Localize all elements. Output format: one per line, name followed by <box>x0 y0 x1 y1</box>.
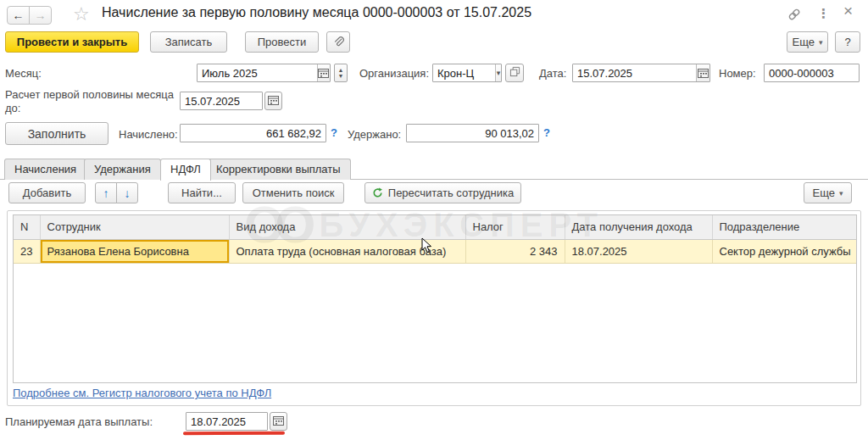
cancel-search-button[interactable]: Отменить поиск <box>242 182 344 203</box>
col-header-income-type[interactable]: Вид дохода <box>229 215 465 239</box>
spin-down-icon: ▼ <box>338 73 344 79</box>
withheld-label: Удержано: <box>348 128 401 141</box>
planned-date-label: Планируемая дата выплаты: <box>5 415 153 428</box>
ndfl-register-link[interactable]: Подробнее см. Регистр налогового учета п… <box>13 387 271 399</box>
table-header-row: N Сотрудник Вид дохода Налог Дата получе… <box>14 215 857 239</box>
accrued-field <box>180 124 326 142</box>
open-form-icon <box>509 66 520 80</box>
month-label: Месяц: <box>5 67 42 80</box>
ndfl-table-area: N Сотрудник Вид дохода Налог Дата получе… <box>13 214 857 383</box>
accrued-input[interactable] <box>181 125 326 142</box>
cell-n[interactable]: 23 <box>14 239 40 263</box>
find-button[interactable]: Найти... <box>168 182 236 203</box>
cell-employee[interactable]: Рязанова Елена Борисовна <box>40 239 229 263</box>
red-underline-annotation <box>183 432 285 436</box>
refresh-icon <box>372 187 383 198</box>
planned-date-calendar-button[interactable] <box>270 412 287 431</box>
forward-button[interactable]: → <box>29 6 52 25</box>
move-down-button[interactable]: ↓ <box>116 182 138 203</box>
dropdown-arrow-icon[interactable]: ▾ <box>495 64 501 81</box>
planned-date-field <box>186 412 268 431</box>
paperclip-icon <box>332 36 345 48</box>
cell-tax[interactable]: 2 343 <box>465 239 565 263</box>
help-button[interactable]: ? <box>835 31 860 53</box>
col-header-department[interactable]: Подразделение <box>712 215 857 239</box>
accrued-label: Начислено: <box>119 128 178 141</box>
move-up-icon: ↑ <box>103 187 109 200</box>
half-month-field <box>180 92 263 110</box>
move-up-button[interactable]: ↑ <box>95 182 117 203</box>
favorite-star-icon[interactable]: ☆ <box>73 3 90 25</box>
half-month-input[interactable] <box>181 92 262 109</box>
tab-accruals[interactable]: Начисления <box>4 159 86 180</box>
organization-field: ▾ <box>432 64 502 82</box>
tab-ndfl[interactable]: НДФЛ <box>160 159 211 181</box>
calendar-icon[interactable] <box>696 64 709 81</box>
withheld-input[interactable] <box>407 125 538 142</box>
calendar-icon[interactable] <box>317 64 330 81</box>
date-input[interactable] <box>573 64 696 81</box>
recalc-employee-label: Пересчитать сотрудника <box>388 187 514 199</box>
cell-income-date[interactable]: 18.07.2025 <box>565 239 712 263</box>
month-input[interactable] <box>198 64 317 81</box>
date-label: Дата: <box>539 67 566 80</box>
tab-payment-corrections[interactable]: Корректировки выплаты <box>206 159 351 180</box>
back-button[interactable]: ← <box>7 6 30 25</box>
close-icon[interactable]: × <box>843 4 853 18</box>
calendar-icon <box>268 95 279 108</box>
fill-button[interactable]: Заполнить <box>5 122 108 145</box>
col-header-income-date[interactable]: Дата получения дохода <box>565 215 712 239</box>
table-row[interactable]: 23 Рязанова Елена Борисовна Оплата труда… <box>14 239 857 263</box>
calendar-icon <box>273 415 284 428</box>
cell-department[interactable]: Сектор дежурной службы <box>712 239 857 263</box>
number-input[interactable] <box>765 64 859 81</box>
save-button[interactable]: Записать <box>150 31 227 53</box>
post-button[interactable]: Провести <box>245 31 319 53</box>
chevron-down-icon: ▾ <box>819 38 823 47</box>
half-month-calendar-button[interactable] <box>264 92 282 110</box>
tab-deductions[interactable]: Удержания <box>84 159 161 180</box>
table-more-button[interactable]: Еще▾ <box>804 182 852 203</box>
organization-input[interactable] <box>433 64 495 81</box>
accrued-help-icon[interactable]: ? <box>331 126 337 139</box>
ndfl-table: N Сотрудник Вид дохода Налог Дата получе… <box>14 215 857 264</box>
attach-button[interactable] <box>326 31 350 53</box>
col-header-tax[interactable]: Налог <box>465 215 565 239</box>
cell-income-type[interactable]: Оплата труда (основная налоговая база) <box>229 239 465 263</box>
spin-up-icon: ▲ <box>338 67 344 73</box>
number-field <box>764 64 860 82</box>
col-header-employee[interactable]: Сотрудник <box>40 215 229 239</box>
command-more-button[interactable]: Еще▾ <box>787 31 828 53</box>
chevron-down-icon: ▾ <box>839 189 843 198</box>
back-icon: ← <box>13 8 25 22</box>
document-window: ← → ☆ Начисление за первую половину меся… <box>0 0 868 440</box>
table-more-label: Еще <box>813 187 835 199</box>
post-and-close-button[interactable]: Провести и закрыть <box>5 31 139 53</box>
month-stepper[interactable]: ▲ ▼ <box>334 64 348 82</box>
half-month-label: Расчет первой половины месяца до: <box>5 88 181 115</box>
command-more-label: Еще <box>793 36 815 48</box>
withheld-help-icon[interactable]: ? <box>543 126 550 139</box>
date-field <box>572 64 710 82</box>
withheld-field <box>406 124 539 142</box>
forward-icon: → <box>35 8 47 22</box>
page-title: Начисление за первую половину месяца 000… <box>102 5 531 20</box>
recalc-employee-button[interactable]: Пересчитать сотрудника <box>364 182 521 203</box>
number-label: Номер: <box>719 67 756 80</box>
add-row-button[interactable]: Добавить <box>8 182 86 203</box>
more-vert-icon[interactable]: ⋮ <box>817 7 830 20</box>
month-field <box>197 64 331 82</box>
open-organization-button[interactable] <box>505 64 524 82</box>
col-header-n[interactable]: N <box>14 215 40 239</box>
link-icon[interactable] <box>787 8 801 24</box>
move-down-icon: ↓ <box>125 187 131 200</box>
ndfl-tab-panel: N Сотрудник Вид дохода Налог Дата получе… <box>7 210 861 406</box>
organization-label: Организация: <box>359 67 429 80</box>
planned-date-input[interactable] <box>186 413 267 430</box>
